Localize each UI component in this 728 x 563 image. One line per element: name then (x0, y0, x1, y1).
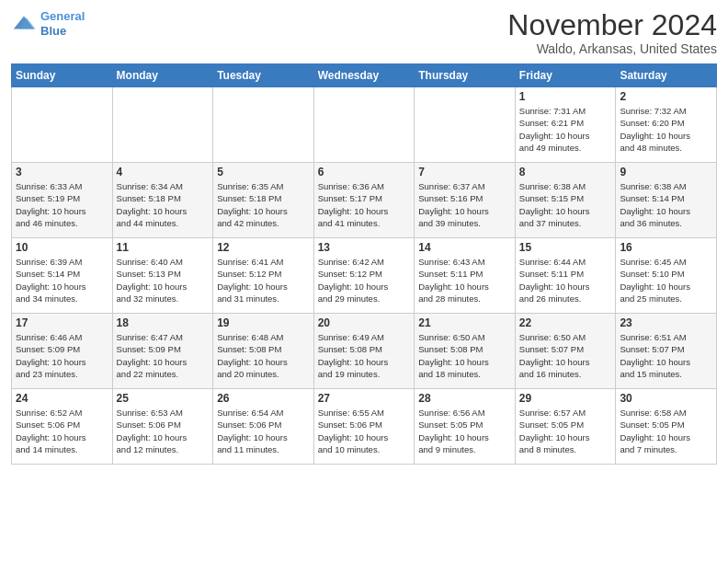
day-number: 19 (217, 316, 310, 329)
logo-line1: General (40, 9, 85, 23)
day-number: 7 (418, 166, 511, 178)
week-row-4: 24Sunrise: 6:52 AM Sunset: 5:06 PM Dayli… (12, 389, 717, 465)
day-cell: 19Sunrise: 6:48 AM Sunset: 5:08 PM Dayli… (213, 314, 314, 389)
day-cell: 20Sunrise: 6:49 AM Sunset: 5:08 PM Dayli… (313, 314, 415, 389)
day-cell: 28Sunrise: 6:56 AM Sunset: 5:05 PM Dayli… (415, 389, 516, 465)
day-info: Sunrise: 6:50 AM Sunset: 5:08 PM Dayligh… (418, 331, 511, 380)
day-info: Sunrise: 6:53 AM Sunset: 5:06 PM Dayligh… (117, 407, 210, 455)
day-cell: 3Sunrise: 6:33 AM Sunset: 5:19 PM Daylig… (12, 163, 113, 238)
day-info: Sunrise: 6:41 AM Sunset: 5:12 PM Dayligh… (217, 256, 310, 304)
day-number: 20 (318, 316, 411, 329)
day-cell: 29Sunrise: 6:57 AM Sunset: 5:05 PM Dayli… (515, 389, 616, 465)
day-number: 4 (117, 166, 210, 178)
calendar-table: SundayMondayTuesdayWednesdayThursdayFrid… (11, 63, 717, 465)
day-info: Sunrise: 6:38 AM Sunset: 5:15 PM Dayligh… (519, 180, 612, 229)
week-row-1: 3Sunrise: 6:33 AM Sunset: 5:19 PM Daylig… (12, 163, 717, 238)
day-info: Sunrise: 6:49 AM Sunset: 5:08 PM Dayligh… (318, 331, 411, 380)
day-cell: 12Sunrise: 6:41 AM Sunset: 5:12 PM Dayli… (213, 238, 314, 314)
day-cell (112, 87, 213, 163)
day-cell: 7Sunrise: 6:37 AM Sunset: 5:16 PM Daylig… (415, 163, 516, 238)
day-cell: 30Sunrise: 6:58 AM Sunset: 5:05 PM Dayli… (616, 389, 717, 465)
weekday-header-wednesday: Wednesday (313, 64, 415, 87)
day-info: Sunrise: 6:34 AM Sunset: 5:18 PM Dayligh… (117, 180, 210, 229)
day-cell: 27Sunrise: 6:55 AM Sunset: 5:06 PM Dayli… (313, 389, 415, 465)
weekday-header-row: SundayMondayTuesdayWednesdayThursdayFrid… (12, 64, 717, 87)
day-number: 30 (620, 392, 712, 405)
day-cell: 18Sunrise: 6:47 AM Sunset: 5:09 PM Dayli… (112, 314, 213, 389)
day-number: 28 (418, 392, 511, 405)
day-cell: 11Sunrise: 6:40 AM Sunset: 5:13 PM Dayli… (112, 238, 213, 314)
day-number: 15 (519, 241, 612, 254)
day-number: 14 (418, 241, 511, 254)
day-number: 6 (318, 166, 411, 178)
day-number: 21 (418, 316, 511, 329)
day-info: Sunrise: 6:43 AM Sunset: 5:11 PM Dayligh… (418, 256, 511, 304)
day-info: Sunrise: 6:52 AM Sunset: 5:06 PM Dayligh… (16, 407, 108, 455)
day-number: 23 (620, 316, 712, 329)
day-info: Sunrise: 6:40 AM Sunset: 5:13 PM Dayligh… (117, 256, 210, 304)
day-info: Sunrise: 6:54 AM Sunset: 5:06 PM Dayligh… (217, 407, 310, 455)
day-cell: 23Sunrise: 6:51 AM Sunset: 5:07 PM Dayli… (616, 314, 717, 389)
day-info: Sunrise: 7:32 AM Sunset: 6:20 PM Dayligh… (620, 105, 712, 154)
day-cell: 1Sunrise: 7:31 AM Sunset: 6:21 PM Daylig… (515, 87, 616, 163)
day-cell: 21Sunrise: 6:50 AM Sunset: 5:08 PM Dayli… (415, 314, 516, 389)
day-info: Sunrise: 6:46 AM Sunset: 5:09 PM Dayligh… (16, 331, 108, 380)
day-number: 25 (117, 392, 210, 405)
day-info: Sunrise: 6:48 AM Sunset: 5:08 PM Dayligh… (217, 331, 310, 380)
day-cell: 14Sunrise: 6:43 AM Sunset: 5:11 PM Dayli… (415, 238, 516, 314)
logo-line2: Blue (40, 24, 66, 38)
logo: General Blue (11, 9, 85, 38)
day-number: 27 (318, 392, 411, 405)
weekday-header-tuesday: Tuesday (213, 64, 314, 87)
day-number: 24 (16, 392, 108, 405)
title-block: November 2024 Waldo, Arkansas, United St… (507, 9, 717, 56)
day-info: Sunrise: 6:33 AM Sunset: 5:19 PM Dayligh… (16, 180, 108, 229)
logo-icon (11, 11, 37, 37)
day-cell: 8Sunrise: 6:38 AM Sunset: 5:15 PM Daylig… (515, 163, 616, 238)
day-cell: 9Sunrise: 6:38 AM Sunset: 5:14 PM Daylig… (616, 163, 717, 238)
day-cell: 26Sunrise: 6:54 AM Sunset: 5:06 PM Dayli… (213, 389, 314, 465)
day-cell: 24Sunrise: 6:52 AM Sunset: 5:06 PM Dayli… (12, 389, 113, 465)
month-title: November 2024 (507, 9, 717, 41)
day-info: Sunrise: 6:42 AM Sunset: 5:12 PM Dayligh… (318, 256, 411, 304)
day-info: Sunrise: 6:35 AM Sunset: 5:18 PM Dayligh… (217, 180, 310, 229)
day-number: 5 (217, 166, 310, 178)
weekday-header-sunday: Sunday (12, 64, 113, 87)
day-number: 22 (519, 316, 612, 329)
day-cell: 10Sunrise: 6:39 AM Sunset: 5:14 PM Dayli… (12, 238, 113, 314)
day-cell: 13Sunrise: 6:42 AM Sunset: 5:12 PM Dayli… (313, 238, 415, 314)
day-info: Sunrise: 6:51 AM Sunset: 5:07 PM Dayligh… (620, 331, 712, 380)
day-cell: 5Sunrise: 6:35 AM Sunset: 5:18 PM Daylig… (213, 163, 314, 238)
day-info: Sunrise: 6:44 AM Sunset: 5:11 PM Dayligh… (519, 256, 612, 304)
location: Waldo, Arkansas, United States (507, 41, 717, 56)
day-cell: 17Sunrise: 6:46 AM Sunset: 5:09 PM Dayli… (12, 314, 113, 389)
day-cell: 6Sunrise: 6:36 AM Sunset: 5:17 PM Daylig… (313, 163, 415, 238)
day-info: Sunrise: 6:47 AM Sunset: 5:09 PM Dayligh… (117, 331, 210, 380)
day-number: 1 (519, 90, 612, 103)
day-number: 12 (217, 241, 310, 254)
day-number: 16 (620, 241, 712, 254)
day-info: Sunrise: 6:58 AM Sunset: 5:05 PM Dayligh… (620, 407, 712, 455)
day-cell: 16Sunrise: 6:45 AM Sunset: 5:10 PM Dayli… (616, 238, 717, 314)
day-cell (415, 87, 516, 163)
day-cell (313, 87, 415, 163)
day-cell: 15Sunrise: 6:44 AM Sunset: 5:11 PM Dayli… (515, 238, 616, 314)
day-info: Sunrise: 6:38 AM Sunset: 5:14 PM Dayligh… (620, 180, 712, 229)
weekday-header-thursday: Thursday (415, 64, 516, 87)
day-info: Sunrise: 6:57 AM Sunset: 5:05 PM Dayligh… (519, 407, 612, 455)
day-number: 13 (318, 241, 411, 254)
week-row-3: 17Sunrise: 6:46 AM Sunset: 5:09 PM Dayli… (12, 314, 717, 389)
day-info: Sunrise: 6:37 AM Sunset: 5:16 PM Dayligh… (418, 180, 511, 229)
weekday-header-friday: Friday (515, 64, 616, 87)
page-header: General Blue November 2024 Waldo, Arkans… (11, 9, 717, 56)
day-cell: 4Sunrise: 6:34 AM Sunset: 5:18 PM Daylig… (112, 163, 213, 238)
day-number: 26 (217, 392, 310, 405)
weekday-header-monday: Monday (112, 64, 213, 87)
day-info: Sunrise: 7:31 AM Sunset: 6:21 PM Dayligh… (519, 105, 612, 154)
day-info: Sunrise: 6:36 AM Sunset: 5:17 PM Dayligh… (318, 180, 411, 229)
day-number: 9 (620, 166, 712, 178)
day-info: Sunrise: 6:39 AM Sunset: 5:14 PM Dayligh… (16, 256, 108, 304)
week-row-0: 1Sunrise: 7:31 AM Sunset: 6:21 PM Daylig… (12, 87, 717, 163)
day-cell: 25Sunrise: 6:53 AM Sunset: 5:06 PM Dayli… (112, 389, 213, 465)
day-number: 29 (519, 392, 612, 405)
